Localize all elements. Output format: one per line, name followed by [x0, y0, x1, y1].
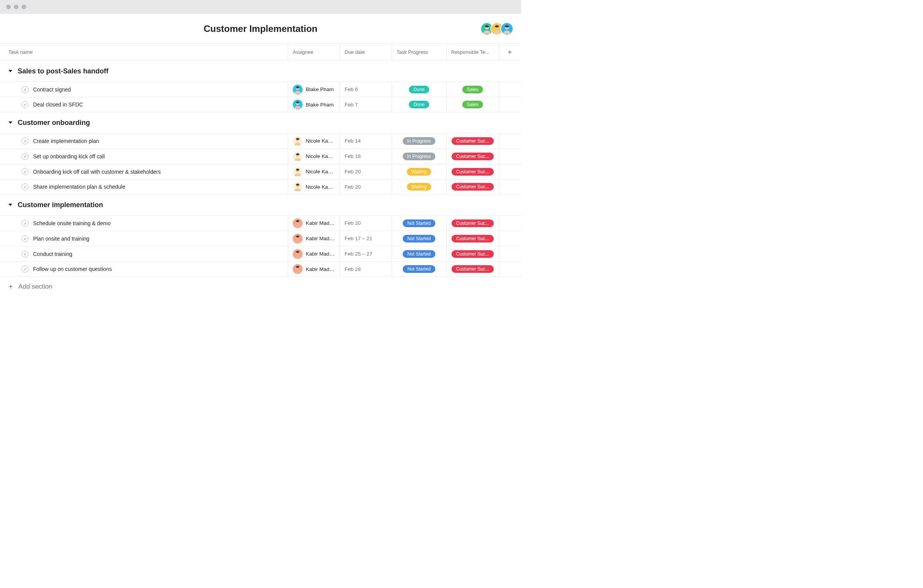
task-name-cell[interactable]: Create implementation plan [0, 133, 288, 148]
add-column-button[interactable]: + [499, 44, 520, 60]
task-name: Schedule onsite training & demo [33, 220, 111, 226]
assignee-cell[interactable]: Nicole Kap... [288, 179, 340, 194]
task-row[interactable]: Schedule onsite training & demo Kabir Ma… [0, 215, 521, 231]
task-row[interactable]: Plan onsite and training Kabir Madan Feb… [0, 231, 521, 246]
task-row[interactable]: Conduct training Kabir Madan Feb 25 – 27… [0, 246, 521, 261]
task-row[interactable]: Create implementation plan Nicole Kap...… [0, 133, 521, 148]
assignee-cell[interactable]: Kabir Madan [288, 262, 340, 276]
task-name: Deal closed in SFDC [33, 101, 83, 108]
responsible-team-cell[interactable]: Customer Suc... [446, 133, 499, 148]
avatar [293, 182, 303, 192]
responsible-team-cell[interactable]: Customer Suc... [446, 246, 499, 261]
due-date-cell[interactable]: Feb 28 [340, 262, 392, 276]
assignee-name: Nicole Kap... [306, 169, 335, 174]
assignee-cell[interactable]: Blake Pham [288, 97, 340, 112]
complete-check-icon[interactable] [22, 101, 28, 108]
task-name-cell[interactable]: Share implementation plan & schedule [0, 179, 288, 194]
responsible-team-cell[interactable]: Customer Suc... [446, 149, 499, 164]
assignee-cell[interactable]: Kabir Madan [288, 231, 340, 246]
assignee-cell[interactable]: Nicole Kap... [288, 133, 340, 148]
section-header[interactable]: Customer onboarding [0, 112, 521, 133]
due-date-cell[interactable]: Feb 7 [340, 97, 392, 112]
progress-badge: Not Started [403, 265, 435, 273]
complete-check-icon[interactable] [22, 220, 28, 227]
row-extra-cell [499, 216, 520, 231]
assignee-cell[interactable]: Nicole Kap... [288, 149, 340, 164]
task-progress-cell[interactable]: Not Started [392, 262, 446, 276]
due-date-cell[interactable]: Feb 20 [340, 164, 392, 179]
task-name-cell[interactable]: Contract signed [0, 82, 288, 97]
responsible-team-cell[interactable]: Customer Suc... [446, 231, 499, 246]
task-row[interactable]: Share implementation plan & schedule Nic… [0, 179, 521, 194]
responsible-team-cell[interactable]: Customer Suc... [446, 262, 499, 276]
team-badge: Customer Suc... [452, 137, 494, 145]
task-progress-cell[interactable]: In Progress [392, 133, 446, 148]
responsible-team-cell[interactable]: Customer Suc... [446, 216, 499, 231]
column-task-progress[interactable]: Task Progress [392, 44, 446, 60]
section-header[interactable]: Customer implementation [0, 194, 521, 215]
task-name: Create implementation plan [33, 138, 99, 144]
add-section-label: Add section [18, 283, 53, 291]
complete-check-icon[interactable] [22, 168, 28, 175]
responsible-team-cell[interactable]: Sales [446, 97, 499, 112]
task-row[interactable]: Deal closed in SFDC Blake Pham Feb 7 Don… [0, 97, 521, 112]
complete-check-icon[interactable] [22, 251, 28, 257]
due-date-cell[interactable]: Feb 25 – 27 [340, 246, 392, 261]
complete-check-icon[interactable] [22, 153, 28, 160]
complete-check-icon[interactable] [22, 86, 28, 93]
due-date-cell[interactable]: Feb 14 [340, 133, 392, 148]
due-date-cell[interactable]: Feb 6 [340, 82, 392, 97]
task-progress-cell[interactable]: In Progress [392, 149, 446, 164]
section-header[interactable]: Sales to post-Sales handoff [0, 61, 521, 81]
traffic-light-close[interactable] [6, 5, 11, 9]
task-name-cell[interactable]: Deal closed in SFDC [0, 97, 288, 112]
task-name-cell[interactable]: Follow up on customer questions [0, 262, 288, 276]
traffic-light-minimize[interactable] [14, 5, 18, 9]
task-name-cell[interactable]: Onboarding kick off call with customer &… [0, 164, 288, 179]
assignee-cell[interactable]: Blake Pham [288, 82, 340, 97]
task-name: Contract signed [33, 86, 71, 93]
assignee-name: Kabir Madan [306, 251, 335, 257]
row-extra-cell [499, 149, 520, 164]
avatar[interactable] [500, 22, 513, 35]
due-date-cell[interactable]: Feb 20 [340, 216, 392, 231]
task-row[interactable]: Contract signed Blake Pham Feb 6 Done Sa… [0, 81, 521, 97]
task-progress-cell[interactable]: Not Started [392, 231, 446, 246]
task-row[interactable]: Set up onboarding kick off call Nicole K… [0, 148, 521, 164]
column-due-date[interactable]: Due date [340, 44, 392, 60]
assignee-cell[interactable]: Nicole Kap... [288, 164, 340, 179]
traffic-light-zoom[interactable] [22, 5, 26, 9]
complete-check-icon[interactable] [22, 235, 28, 242]
assignee-cell[interactable]: Kabir Madan [288, 216, 340, 231]
task-progress-cell[interactable]: Done [392, 97, 446, 112]
responsible-team-cell[interactable]: Customer Suc... [446, 179, 499, 194]
assignee-cell[interactable]: Kabir Madan [288, 246, 340, 261]
avatar-stack[interactable] [483, 22, 513, 35]
page-title: Customer Implementation [203, 23, 317, 34]
due-date-cell[interactable]: Feb 18 [340, 149, 392, 164]
task-name-cell[interactable]: Conduct training [0, 246, 288, 261]
task-progress-cell[interactable]: Waiting [392, 164, 446, 179]
column-task-name[interactable]: Task name [0, 44, 288, 60]
task-row[interactable]: Onboarding kick off call with customer &… [0, 164, 521, 179]
due-date-cell[interactable]: Feb 20 [340, 179, 392, 194]
add-section-button[interactable]: + Add section [0, 277, 521, 297]
responsible-team-cell[interactable]: Customer Suc... [446, 164, 499, 179]
complete-check-icon[interactable] [22, 183, 28, 190]
task-progress-cell[interactable]: Waiting [392, 179, 446, 194]
task-progress-cell[interactable]: Done [392, 82, 446, 97]
task-row[interactable]: Follow up on customer questions Kabir Ma… [0, 261, 521, 277]
task-name-cell[interactable]: Set up onboarding kick off call [0, 149, 288, 164]
column-assignee[interactable]: Assignee [288, 44, 340, 60]
complete-check-icon[interactable] [22, 266, 28, 272]
complete-check-icon[interactable] [22, 138, 28, 145]
due-date-cell[interactable]: Feb 17 – 21 [340, 231, 392, 246]
avatar [293, 218, 303, 228]
task-name-cell[interactable]: Plan onsite and training [0, 231, 288, 246]
task-progress-cell[interactable]: Not Started [392, 216, 446, 231]
due-date: Feb 6 [345, 86, 358, 92]
column-responsible-team[interactable]: Responsible Te... [446, 44, 499, 60]
task-name-cell[interactable]: Schedule onsite training & demo [0, 216, 288, 231]
responsible-team-cell[interactable]: Sales [446, 82, 499, 97]
task-progress-cell[interactable]: Not Started [392, 246, 446, 261]
